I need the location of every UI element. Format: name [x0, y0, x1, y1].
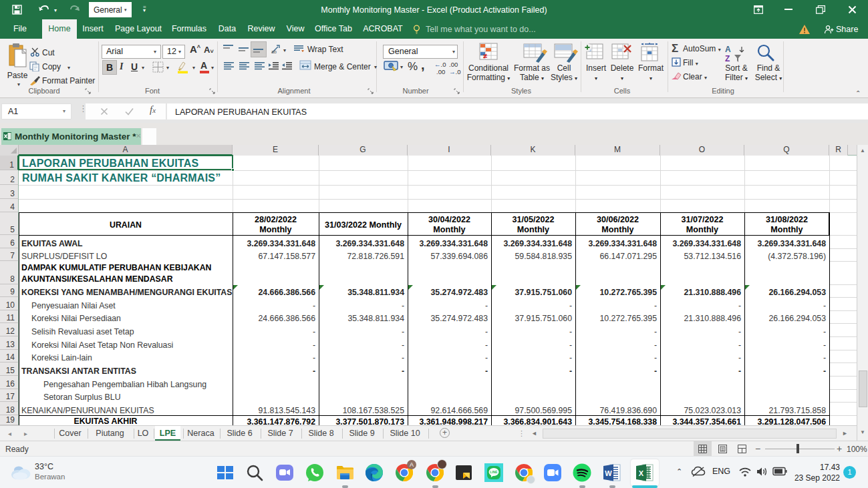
- svg-text:≠: ≠: [483, 52, 487, 60]
- svg-text:X: X: [639, 469, 644, 477]
- svg-text:A: A: [725, 45, 731, 54]
- svg-text:Z: Z: [725, 54, 730, 63]
- svg-text:ab: ab: [271, 49, 277, 54]
- svg-text:W: W: [605, 469, 612, 477]
- svg-text:LINE: LINE: [490, 470, 498, 474]
